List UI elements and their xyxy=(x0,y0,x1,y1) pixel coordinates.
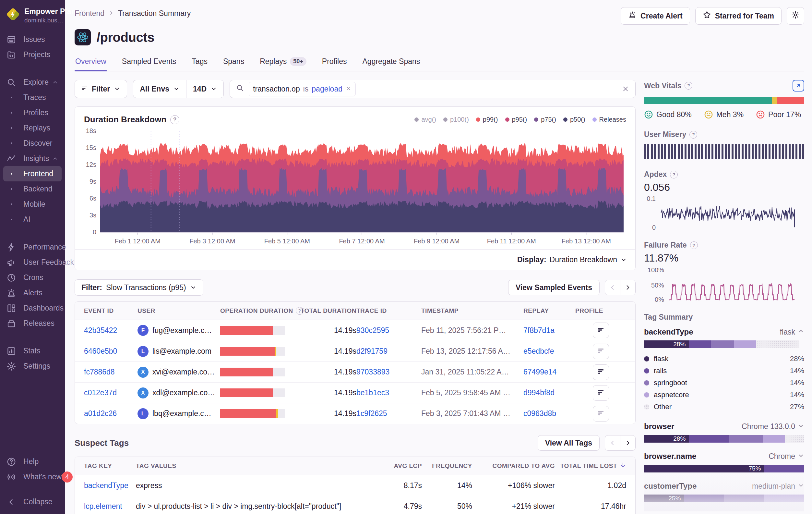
environment-dropdown[interactable]: All Envs xyxy=(133,80,186,98)
help-icon[interactable]: ? xyxy=(685,82,692,89)
sidebar-item-performance[interactable]: Performance xyxy=(3,240,62,255)
sidebar-item-stats[interactable]: Stats xyxy=(3,343,62,358)
user-misery-bar xyxy=(722,144,723,159)
tag-key-label: customerType xyxy=(644,482,697,491)
sidebar-item-insights[interactable]: Insights xyxy=(3,151,62,166)
search-input[interactable]: transaction.op is pageload xyxy=(230,80,636,98)
sidebar-item-collapse[interactable]: Collapse xyxy=(3,494,62,510)
pager-next-button[interactable] xyxy=(620,280,636,295)
legend-p50[interactable]: p50() xyxy=(563,116,585,123)
tab-aggregate-spans[interactable]: Aggregate Spans xyxy=(362,55,421,71)
sidebar-item-alerts[interactable]: Alerts xyxy=(3,285,62,300)
sidebar-item-profiles[interactable]: Profiles xyxy=(3,105,62,120)
view-all-tags-button[interactable]: View All Tags xyxy=(538,435,600,451)
legend-p75[interactable]: p75() xyxy=(534,116,556,123)
profile-button[interactable] xyxy=(593,385,609,401)
sidebar-item-backend[interactable]: Backend xyxy=(3,181,62,197)
breadcrumb-frontend[interactable]: Frontend xyxy=(75,9,105,18)
tab-overview[interactable]: Overview xyxy=(75,55,107,71)
token-remove-icon[interactable] xyxy=(346,85,351,93)
sidebar-item-dashboards[interactable]: Dashboards xyxy=(3,300,62,316)
trace-id-link[interactable]: d2f91759 xyxy=(356,347,387,356)
sidebar-item-crons[interactable]: Crons xyxy=(3,270,62,285)
tab-spans[interactable]: Spans xyxy=(223,55,245,71)
help-icon[interactable]: ? xyxy=(689,131,697,139)
help-icon[interactable]: ? xyxy=(690,241,698,249)
starred-for-team-button[interactable]: Starred for Team xyxy=(695,7,782,25)
tab-replays[interactable]: Replays50+ xyxy=(259,55,307,71)
sidebar-item-frontend[interactable]: Frontend xyxy=(3,166,62,181)
tag-dropdown-backendtype[interactable]: backendTypeflask xyxy=(644,327,804,336)
profile-button[interactable] xyxy=(593,344,609,359)
sidebar-item-help[interactable]: Help xyxy=(3,454,62,469)
sidebar-item-replays[interactable]: Replays xyxy=(3,120,62,136)
date-range-dropdown[interactable]: 14D xyxy=(186,80,224,98)
transactions-filter-dropdown[interactable]: Filter: Slow Transactions (p95) xyxy=(75,279,203,296)
trace-id-link[interactable]: 930c2595 xyxy=(356,326,389,335)
event-id-link[interactable]: a01d2c26 xyxy=(84,409,117,418)
column-header-tag-values: TAG VALUES xyxy=(136,462,376,469)
event-id-link[interactable]: c012e37d xyxy=(84,388,117,397)
display-dropdown[interactable]: Duration Breakdown xyxy=(550,255,617,264)
sidebar-item-mobile[interactable]: Mobile xyxy=(3,197,62,212)
view-sampled-events-button[interactable]: View Sampled Events xyxy=(508,280,600,295)
tab-tags[interactable]: Tags xyxy=(191,55,208,71)
trace-id-link[interactable]: 97033893 xyxy=(356,368,389,376)
tab-sampled-events[interactable]: Sampled Events xyxy=(121,55,177,71)
legend-p99[interactable]: p99() xyxy=(476,116,498,123)
replay-link[interactable]: 67499e14 xyxy=(523,368,556,376)
web-vitals-title: Web Vitals ? xyxy=(644,81,692,90)
sidebar-item-explore[interactable]: Explore xyxy=(3,75,62,90)
replay-link[interactable]: d994bf8d xyxy=(523,388,554,397)
sidebar-item-discover[interactable]: Discover xyxy=(3,136,62,151)
trace-id-link[interactable]: be1b1ec3 xyxy=(356,388,389,397)
pager-prev-button[interactable] xyxy=(605,280,620,295)
sidebar-item-user-feedback[interactable]: User Feedback xyxy=(3,255,62,270)
profile-button[interactable] xyxy=(593,323,609,338)
sidebar-item-traces[interactable]: Traces xyxy=(3,90,62,105)
search-clear-icon[interactable] xyxy=(622,85,630,93)
event-id-link[interactable]: 42b35422 xyxy=(84,326,117,335)
app-root: Empower Plant dominik.buszowiec... Issue… xyxy=(0,0,812,514)
sidebar-item-what-s-new[interactable]: What's new4 xyxy=(3,469,62,485)
event-id-link[interactable]: fc7886d8 xyxy=(84,368,115,376)
tag-dropdown-browser[interactable]: browserChrome 133.0.0 xyxy=(644,422,804,431)
search-token[interactable]: transaction.op is pageload xyxy=(249,82,356,97)
profile-button[interactable] xyxy=(593,364,609,380)
legend-releases[interactable]: Releases xyxy=(592,116,626,123)
trace-id-link[interactable]: 1c9f2625 xyxy=(356,409,387,418)
sidebar-item-label: Alerts xyxy=(23,289,42,297)
pager-prev-button[interactable] xyxy=(605,435,620,451)
help-icon[interactable]: ? xyxy=(170,115,179,124)
legend-avg[interactable]: avg() xyxy=(414,116,436,123)
pager-next-button[interactable] xyxy=(620,435,636,451)
sidebar-item-projects[interactable]: Projects xyxy=(3,47,62,62)
settings-gear-button[interactable] xyxy=(787,7,804,25)
external-link-icon[interactable] xyxy=(792,80,804,91)
sort-descending-icon[interactable] xyxy=(620,462,626,470)
user-avatar: X xyxy=(138,387,148,399)
sidebar-item-ai[interactable]: AI xyxy=(3,212,62,227)
tag-dropdown-browser-name[interactable]: browser.nameChrome xyxy=(644,452,804,461)
replay-link[interactable]: e5edbcfe xyxy=(523,347,554,356)
profile-button[interactable] xyxy=(593,406,609,422)
tab-profiles[interactable]: Profiles xyxy=(321,55,348,71)
create-alert-button[interactable]: Create Alert xyxy=(621,7,690,25)
tag-dropdown-customertype[interactable]: customerTypemedium-plan xyxy=(644,482,804,491)
replay-link[interactable]: 7f8b7d1a xyxy=(523,326,554,335)
legend-p100[interactable]: p100() xyxy=(443,116,469,123)
sidebar-item-issues[interactable]: Issues xyxy=(3,32,62,47)
bullet-icon xyxy=(6,219,16,220)
sidebar-item-releases[interactable]: Releases xyxy=(3,316,62,331)
org-switcher[interactable]: Empower Plant dominik.buszowiec... xyxy=(0,6,65,27)
replay-link[interactable]: c0963d8b xyxy=(523,409,556,418)
legend-p95[interactable]: p95() xyxy=(505,116,527,123)
sidebar-item-settings[interactable]: Settings xyxy=(3,358,62,374)
tag-key-link[interactable]: lcp.element xyxy=(84,502,122,511)
help-icon[interactable]: ? xyxy=(670,171,678,179)
legend-percent: 28% xyxy=(790,355,804,363)
tag-key-link[interactable]: backendType xyxy=(84,481,128,490)
filter-dropdown[interactable]: Filter xyxy=(75,80,127,98)
token-op: is xyxy=(303,85,309,93)
event-id-link[interactable]: 6460e5b0 xyxy=(84,347,117,356)
